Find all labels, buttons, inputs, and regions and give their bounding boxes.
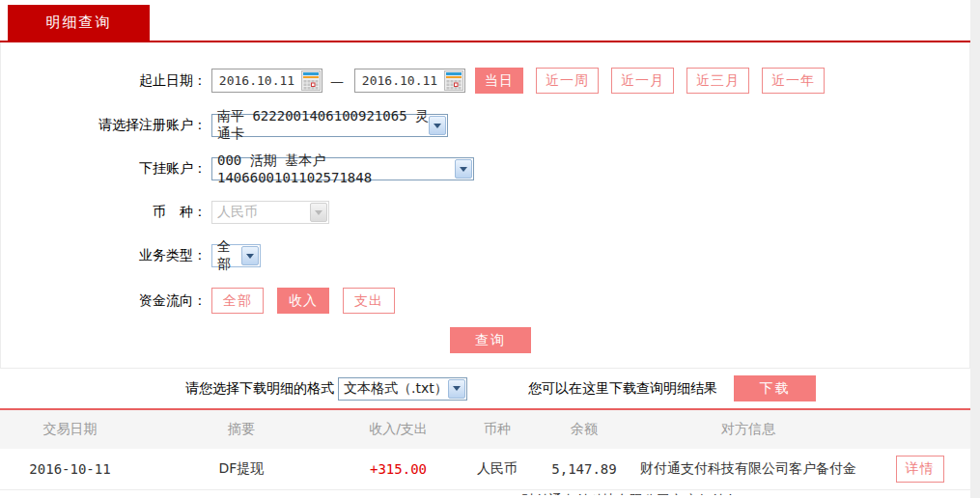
- register-account-value: 南平 6222001406100921065 灵通卡: [217, 108, 429, 143]
- business-type-row: 业务类型： 全部: [1, 244, 969, 267]
- quick-range-quarter[interactable]: 近三月: [686, 68, 749, 94]
- query-button[interactable]: 查询: [450, 327, 531, 353]
- calendar-icon[interactable]: [444, 70, 463, 91]
- cell-summary: DF提现: [140, 460, 343, 478]
- download-format-label: 请您选择下载明细的格式: [185, 380, 334, 398]
- cell-actions: 详情: [869, 456, 970, 483]
- cell-amount: +315.00: [343, 461, 454, 477]
- header-balance: 余额: [541, 421, 628, 438]
- fund-flow-all[interactable]: 全部: [211, 288, 264, 314]
- quick-range-buttons: 当日 近一周 近一月 近三月 近一年: [475, 68, 837, 94]
- date-from-value: 2016.10.11: [212, 73, 301, 88]
- chevron-down-icon: [310, 203, 327, 222]
- detail-button[interactable]: 详情: [896, 456, 944, 483]
- quick-range-year[interactable]: 近一年: [762, 68, 825, 94]
- table-row-partial: 财付通支付科技有限公司客户备付金: [0, 490, 970, 495]
- fund-flow-buttons: 全部 收入 支出: [211, 288, 408, 314]
- sub-account-label: 下挂账户：: [1, 160, 207, 178]
- table-row: 2016-10-11 DF提现 +315.00 人民币 5,147.89 财付通…: [0, 449, 970, 490]
- query-button-row: 查询: [1, 327, 969, 353]
- chevron-down-icon[interactable]: [448, 379, 465, 399]
- download-button[interactable]: 下载: [734, 375, 816, 401]
- header-summary: 摘要: [140, 421, 343, 438]
- fund-flow-label: 资金流向：: [1, 292, 207, 310]
- cell-balance: 5,147.89: [541, 461, 628, 477]
- header-date: 交易日期: [0, 421, 140, 438]
- tab-detail-query[interactable]: 明细查询: [8, 5, 150, 41]
- business-type-select[interactable]: 全部: [211, 244, 261, 267]
- cell-counterparty-partial: 财付通支付科技有限公司客户备付金: [0, 490, 970, 495]
- chevron-down-icon[interactable]: [241, 246, 259, 265]
- download-row: 请您选择下载明细的格式 文本格式（.txt） 您可以在这里下载查询明细结果 下载: [0, 369, 970, 408]
- currency-row: 币 种： 人民币: [1, 201, 969, 224]
- cell-counterparty: 财付通支付科技有限公司客户备付金: [628, 460, 869, 478]
- fund-flow-expense[interactable]: 支出: [343, 288, 395, 314]
- chevron-down-icon[interactable]: [455, 159, 472, 179]
- download-format-select[interactable]: 文本格式（.txt）: [338, 377, 467, 401]
- currency-value: 人民币: [217, 204, 258, 221]
- table-header: 交易日期 摘要 收入/支出 币种 余额 对方信息: [0, 410, 970, 449]
- cell-date: 2016-10-11: [0, 461, 140, 477]
- query-form: 起止日期： 2016.10.11 —: [0, 42, 970, 369]
- sub-account-row: 下挂账户： 000 活期 基本户 1406600101102571848: [1, 157, 969, 180]
- fund-flow-row: 资金流向： 全部 收入 支出: [1, 288, 969, 314]
- page: 明细查询 起止日期： 2016.10.11: [0, 0, 980, 498]
- header-amount: 收入/支出: [343, 421, 454, 438]
- calendar-icon[interactable]: [301, 70, 321, 91]
- quick-range-week[interactable]: 近一周: [536, 68, 599, 94]
- quick-range-today[interactable]: 当日: [475, 68, 523, 94]
- cell-currency: 人民币: [454, 460, 541, 478]
- chevron-down-icon[interactable]: [429, 116, 446, 135]
- date-to-value: 2016.10.11: [355, 73, 444, 88]
- date-range-label: 起止日期：: [1, 72, 207, 90]
- currency-select: 人民币: [211, 201, 329, 224]
- download-hint: 您可以在这里下载查询明细结果: [528, 380, 717, 398]
- page-right-gutter: [970, 0, 980, 498]
- sub-account-select[interactable]: 000 活期 基本户 1406600101102571848: [211, 157, 474, 180]
- header-counterparty: 对方信息: [628, 421, 869, 438]
- date-range-dash: —: [330, 73, 344, 89]
- header-currency: 币种: [454, 421, 541, 438]
- date-from-input[interactable]: 2016.10.11: [211, 69, 322, 93]
- quick-range-month[interactable]: 近一月: [611, 68, 674, 94]
- date-to-input[interactable]: 2016.10.11: [354, 69, 465, 93]
- fund-flow-income[interactable]: 收入: [277, 288, 329, 314]
- currency-label: 币 种：: [1, 204, 207, 221]
- register-account-select[interactable]: 南平 6222001406100921065 灵通卡: [211, 114, 448, 137]
- content-area: 明细查询 起止日期： 2016.10.11: [0, 0, 970, 498]
- register-account-label: 请选择注册账户：: [1, 117, 207, 134]
- register-account-row: 请选择注册账户： 南平 6222001406100921065 灵通卡: [1, 114, 969, 137]
- sub-account-value: 000 活期 基本户 1406600101102571848: [217, 152, 455, 185]
- download-format-value: 文本格式（.txt）: [344, 380, 448, 398]
- business-type-value: 全部: [217, 238, 241, 273]
- business-type-label: 业务类型：: [1, 247, 207, 264]
- tab-bar: 明细查询: [0, 0, 970, 42]
- date-range-row: 起止日期： 2016.10.11 —: [1, 68, 969, 94]
